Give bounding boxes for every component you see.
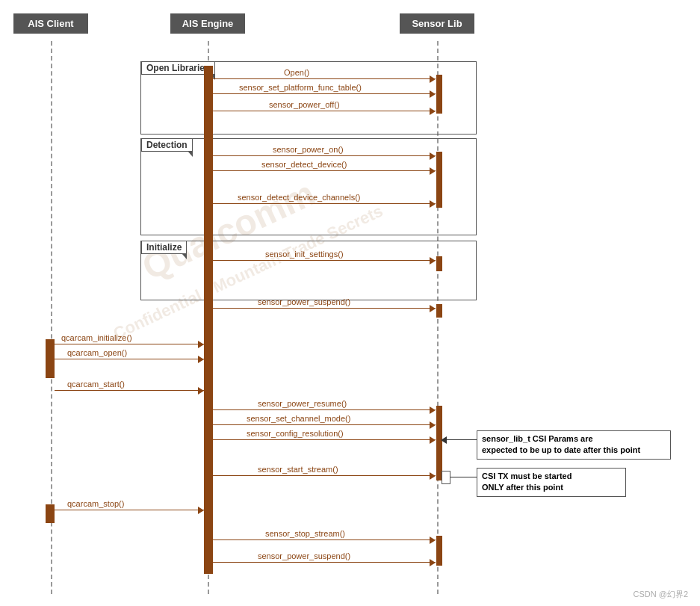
label-start-stream: sensor_start_stream()	[258, 465, 338, 474]
activation-client-2	[46, 504, 55, 523]
label-set-channel: sensor_set_channel_mode()	[247, 414, 350, 423]
lifeline-ais-client: AIS Client	[13, 13, 88, 34]
arrow-qcarcam-init	[55, 344, 204, 344]
annotation-arrow-2	[450, 477, 477, 477]
arrow-stop-stream	[213, 539, 436, 540]
group-label-detection: Detection	[141, 138, 193, 152]
arrow-set-channel	[213, 424, 436, 425]
arrow-power-resume	[213, 409, 436, 410]
annotation-csi-tx: CSI TX must be startedONLY after this po…	[477, 468, 626, 497]
group-label-init: Initialize	[141, 241, 187, 254]
label-config-res: sensor_config_resolution()	[247, 429, 344, 438]
label-power-suspend1: sensor_power_suspend()	[258, 297, 350, 306]
label-qcarcam-init: qcarcam_initialize()	[61, 333, 132, 342]
arrow-power-suspend1	[213, 308, 436, 309]
diagram-container: Qualcomm Confidential - Mountain Trade S…	[0, 0, 700, 606]
arrow-open	[213, 78, 436, 79]
activation-sensor-stop	[436, 536, 442, 566]
lifeline-sensor-lib: Sensor Lib	[400, 13, 474, 34]
activation-client-1	[46, 339, 55, 378]
activation-sensor-init	[436, 256, 442, 271]
arrow-power-off	[213, 111, 436, 111]
label-stop-stream: sensor_stop_stream()	[265, 529, 345, 538]
annotation-arrow-1	[443, 439, 477, 440]
lifeline-ais-engine: AIS Engine	[170, 13, 245, 34]
arrow-set-platform	[213, 93, 436, 94]
label-open: Open()	[284, 68, 309, 77]
activation-engine	[204, 66, 213, 574]
label-qcarcam-stop: qcarcam_stop()	[67, 499, 124, 508]
label-qcarcam-start: qcarcam_start()	[67, 380, 125, 389]
arrow-power-on	[213, 155, 436, 156]
arrow-qcarcam-open	[55, 359, 204, 359]
label-power-off: sensor_power_off()	[269, 100, 340, 109]
activation-sensor-suspend1	[436, 304, 442, 318]
arrow-power-suspend2	[213, 562, 436, 563]
label-detect-channels: sensor_detect_device_channels()	[238, 193, 361, 202]
arrow-detect-channels	[213, 203, 436, 204]
label-power-on: sensor_power_on()	[273, 145, 344, 154]
label-qcarcam-open: qcarcam_open()	[67, 348, 127, 357]
arrow-qcarcam-start	[55, 390, 204, 391]
label-set-platform: sensor_set_platform_func_table()	[239, 83, 362, 92]
activation-sensor-open	[436, 75, 442, 114]
annotation-csi-params: sensor_lib_t CSI Params areexpected to b…	[477, 430, 671, 460]
label-detect-device: sensor_detect_device()	[261, 160, 347, 169]
arrow-qcarcam-stop	[55, 510, 204, 510]
arrow-config-res	[213, 439, 436, 440]
arrow-init-settings	[213, 260, 436, 261]
activation-sensor-detect	[436, 152, 442, 208]
arrow-start-stream	[213, 475, 436, 476]
label-init-settings: sensor_init_settings()	[265, 250, 344, 259]
csdn-label: CSDN @幻界2	[633, 589, 688, 600]
label-power-resume: sensor_power_resume()	[258, 399, 347, 408]
label-power-suspend2: sensor_power_suspend()	[258, 551, 350, 560]
arrow-detect-device	[213, 170, 436, 171]
annotation-bracket	[442, 471, 450, 484]
annotation-arrowhead-1	[441, 436, 447, 444]
